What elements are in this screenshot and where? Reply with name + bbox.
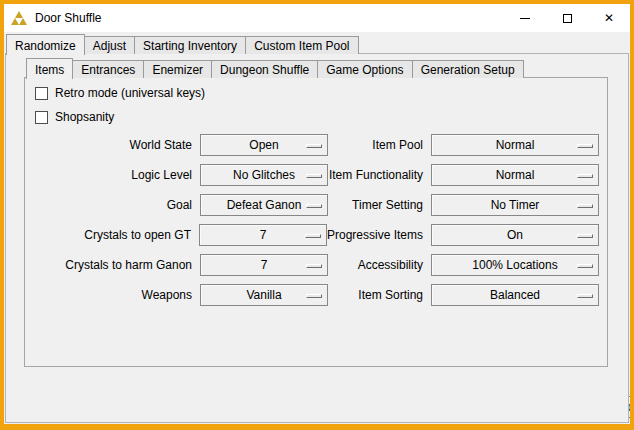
field-row: Goal Defeat Ganon Timer Setting No Timer <box>25 190 607 220</box>
dropdown-indicator-icon <box>305 234 321 238</box>
crystals-ganon-label: Crystals to harm Ganon <box>25 258 200 272</box>
tab-dungeon-shuffle[interactable]: Dungeon Shuffle <box>211 60 318 78</box>
tab-enemizer[interactable]: Enemizer <box>143 60 212 78</box>
window-title: Door Shuffle <box>35 11 102 25</box>
retro-mode-label: Retro mode (universal keys) <box>55 86 205 100</box>
world-state-dropdown[interactable]: Open <box>200 134 328 156</box>
tab-adjust[interactable]: Adjust <box>84 36 135 54</box>
tab-randomize[interactable]: Randomize <box>6 34 85 55</box>
crystals-gt-dropdown[interactable]: 7 <box>199 224 327 246</box>
goal-label: Goal <box>25 198 200 212</box>
logic-level-label: Logic Level <box>25 168 200 182</box>
item-pool-dropdown[interactable]: Normal <box>431 134 599 156</box>
field-row: Crystals to open GT 7 Progressive Items … <box>25 220 607 250</box>
item-functionality-dropdown[interactable]: Normal <box>431 164 599 186</box>
title-bar: Door Shuffle ✕ <box>4 4 630 32</box>
dropdown-indicator-icon <box>577 204 593 208</box>
outer-tab-bar: Randomize Adjust Starting Inventory Cust… <box>6 33 359 54</box>
field-row: Weapons Vanilla Item Sorting Balanced <box>25 280 607 310</box>
dropdown-indicator-icon <box>306 294 322 298</box>
item-functionality-label: Item Functionality <box>328 168 431 182</box>
dropdown-value: Normal <box>496 138 535 152</box>
dropdown-value: Balanced <box>490 288 540 302</box>
crystals-gt-label: Crystals to open GT <box>25 228 199 242</box>
progressive-items-label: Progressive Items <box>327 228 431 242</box>
minimize-button[interactable] <box>504 4 546 32</box>
close-icon: ✕ <box>604 11 614 25</box>
dropdown-indicator-icon <box>577 294 593 298</box>
dropdown-value: 7 <box>261 258 268 272</box>
inner-tab-bar: Items Entrances Enemizer Dungeon Shuffle… <box>26 57 524 78</box>
dropdown-value: No Glitches <box>233 168 295 182</box>
accessibility-label: Accessibility <box>328 258 431 272</box>
dropdown-indicator-icon <box>577 144 593 148</box>
option-fields: World State Open Item Pool Normal Logic … <box>25 130 607 310</box>
dropdown-value: 7 <box>260 228 267 242</box>
maximize-button[interactable] <box>546 4 588 32</box>
shopsanity-label: Shopsanity <box>55 110 114 124</box>
item-pool-label: Item Pool <box>328 138 431 152</box>
app-icon <box>11 10 27 26</box>
retro-mode-row: Retro mode (universal keys) <box>35 85 205 101</box>
item-sorting-dropdown[interactable]: Balanced <box>431 284 599 306</box>
tab-starting-inventory[interactable]: Starting Inventory <box>134 36 246 54</box>
tab-custom-item-pool[interactable]: Custom Item Pool <box>245 36 358 54</box>
accessibility-dropdown[interactable]: 100% Locations <box>431 254 599 276</box>
app-window: Door Shuffle ✕ Randomize Adjust Starting… <box>0 0 634 430</box>
dropdown-value: Defeat Ganon <box>227 198 302 212</box>
dropdown-indicator-icon <box>306 174 322 178</box>
close-button[interactable]: ✕ <box>588 4 630 32</box>
weapons-label: Weapons <box>25 288 200 302</box>
crystals-ganon-dropdown[interactable]: 7 <box>200 254 328 276</box>
item-sorting-label: Item Sorting <box>328 288 431 302</box>
field-row: Crystals to harm Ganon 7 Accessibility 1… <box>25 250 607 280</box>
weapons-dropdown[interactable]: Vanilla <box>200 284 328 306</box>
window-controls: ✕ <box>504 4 630 32</box>
dropdown-indicator-icon <box>577 234 593 238</box>
dropdown-indicator-icon <box>306 144 322 148</box>
dropdown-indicator-icon <box>306 264 322 268</box>
dropdown-value: Open <box>249 138 278 152</box>
shopsanity-row: Shopsanity <box>35 109 114 125</box>
retro-mode-checkbox[interactable] <box>35 87 48 100</box>
tab-game-options[interactable]: Game Options <box>317 60 412 78</box>
dropdown-indicator-icon <box>306 204 322 208</box>
progressive-items-dropdown[interactable]: On <box>431 224 599 246</box>
dropdown-value: On <box>507 228 523 242</box>
minimize-icon <box>520 18 530 19</box>
items-pane: Retro mode (universal keys) Shopsanity W… <box>24 77 608 367</box>
dropdown-value: 100% Locations <box>472 258 557 272</box>
field-row: World State Open Item Pool Normal <box>25 130 607 160</box>
dropdown-indicator-icon <box>577 264 593 268</box>
dropdown-indicator-icon <box>577 174 593 178</box>
tab-entrances[interactable]: Entrances <box>72 60 144 78</box>
logic-level-dropdown[interactable]: No Glitches <box>200 164 328 186</box>
tab-items[interactable]: Items <box>26 58 73 79</box>
dropdown-value: Vanilla <box>246 288 281 302</box>
shopsanity-checkbox[interactable] <box>35 111 48 124</box>
world-state-label: World State <box>25 138 200 152</box>
goal-dropdown[interactable]: Defeat Ganon <box>200 194 328 216</box>
timer-setting-label: Timer Setting <box>328 198 431 212</box>
maximize-icon <box>563 14 572 23</box>
tab-generation-setup[interactable]: Generation Setup <box>412 60 524 78</box>
dropdown-value: No Timer <box>491 198 540 212</box>
dropdown-value: Normal <box>496 168 535 182</box>
timer-setting-dropdown[interactable]: No Timer <box>431 194 599 216</box>
field-row: Logic Level No Glitches Item Functionali… <box>25 160 607 190</box>
